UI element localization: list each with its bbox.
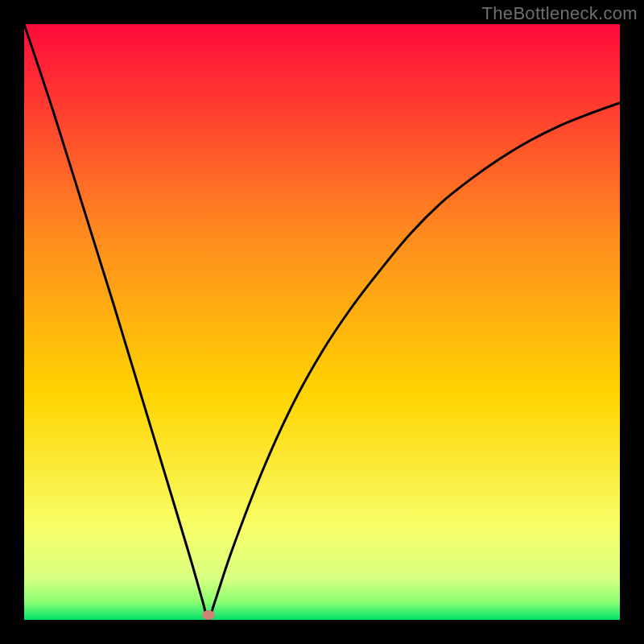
plot-svg <box>24 24 620 620</box>
plot-area <box>24 24 620 620</box>
chart-frame: TheBottleneck.com <box>0 0 644 644</box>
minimum-marker <box>202 610 215 620</box>
gradient-background <box>24 24 620 620</box>
watermark-text: TheBottleneck.com <box>482 3 638 24</box>
